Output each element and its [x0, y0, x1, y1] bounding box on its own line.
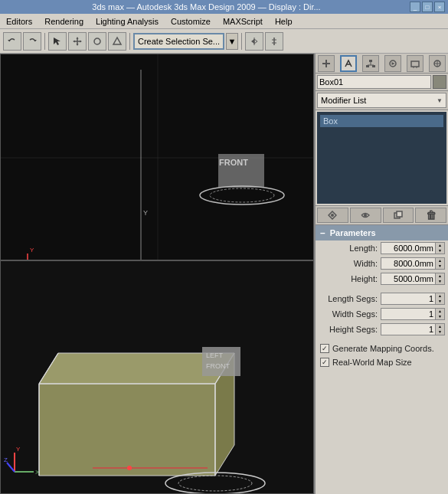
width-spinner[interactable]: ▲ ▼ [436, 257, 445, 270]
svg-rect-52 [325, 60, 327, 67]
width-segs-spinner-down[interactable]: ▼ [436, 314, 444, 319]
height-segs-spinner-down[interactable]: ▼ [436, 329, 444, 335]
modifier-stack: Box [317, 112, 446, 204]
gen-mapping-checkbox[interactable]: ✓ [320, 344, 329, 353]
svg-marker-10 [251, 39, 254, 44]
make-unique-button[interactable] [383, 208, 414, 223]
width-spinner-down[interactable]: ▼ [436, 263, 444, 269]
height-segs-spinner[interactable]: ▲ ▼ [436, 323, 445, 335]
menu-editors[interactable]: Editors [3, 15, 35, 28]
rotate-tool-button[interactable] [88, 32, 106, 51]
svg-rect-61 [411, 61, 419, 67]
mirror-button[interactable] [245, 32, 263, 51]
show-end-result-button[interactable] [350, 208, 381, 223]
menu-rendering[interactable]: Rendering [41, 15, 87, 28]
svg-text:X: X [35, 469, 40, 476]
svg-marker-3 [77, 37, 79, 39]
display-panel-icon[interactable] [407, 55, 423, 72]
height-segs-input[interactable] [381, 323, 436, 335]
move-tool-button[interactable] [68, 32, 87, 51]
object-color-swatch[interactable] [433, 75, 446, 89]
parameters-title: Parameters [330, 228, 376, 237]
menu-customize[interactable]: Customize [168, 15, 214, 28]
remove-modifier-button[interactable]: 🗑 [415, 208, 446, 223]
align-button[interactable] [265, 32, 283, 51]
menu-lighting[interactable]: Lighting Analysis [93, 15, 162, 28]
select-tool-button[interactable] [48, 32, 67, 51]
modifier-list-dropdown[interactable]: Modifier List ▼ [317, 93, 446, 108]
modifier-stack-item-box[interactable]: Box [320, 115, 443, 127]
parameters-header: – Parameters [316, 225, 448, 240]
object-name-input[interactable] [317, 75, 431, 89]
maximize-button[interactable]: □ [422, 2, 433, 12]
width-segs-spinner[interactable]: ▲ ▼ [436, 308, 445, 320]
object-name-row [316, 74, 448, 91]
svg-text:FRONT: FRONT [206, 362, 230, 370]
toolbar-separator-3 [241, 33, 242, 50]
menu-help[interactable]: Help [272, 15, 296, 28]
modifier-list-row: Modifier List ▼ [316, 91, 448, 110]
width-spinner-up[interactable]: ▲ [436, 258, 444, 263]
modify-panel-icon[interactable] [340, 55, 357, 72]
svg-marker-8 [113, 38, 121, 44]
length-input[interactable] [381, 242, 436, 254]
height-input[interactable] [381, 273, 436, 285]
height-segs-spinner-up[interactable]: ▲ [436, 324, 444, 329]
height-spinner[interactable]: ▲ ▼ [436, 273, 445, 285]
real-world-checkbox[interactable]: ✓ [320, 358, 329, 367]
viewport-perspective[interactable]: Perspective LEFT FRONT [0, 260, 314, 494]
gen-mapping-label: Generate Mapping Coords. [332, 344, 434, 353]
length-spinner-up[interactable]: ▲ [436, 243, 444, 248]
width-segs-spinner-up[interactable]: ▲ [436, 309, 444, 314]
width-segs-param-row: Width Segs: ▲ ▼ [316, 306, 448, 322]
close-button[interactable]: × [434, 2, 445, 12]
width-input[interactable] [381, 257, 436, 270]
menu-maxscript[interactable]: MAXScript [220, 15, 266, 28]
height-spinner-up[interactable]: ▲ [436, 273, 444, 279]
hierarchy-panel-icon[interactable] [362, 55, 379, 72]
parameters-collapse-icon[interactable]: – [320, 227, 325, 238]
length-spinner[interactable]: ▲ ▼ [436, 242, 445, 254]
height-segs-param-row: Height Segs: ▲ ▼ [316, 322, 448, 337]
width-param-row: Width: ▲ ▼ [316, 256, 448, 271]
create-selection-dropdown[interactable]: ▼ [226, 33, 238, 50]
modifier-list-label: Modifier List [321, 96, 366, 105]
minimize-button[interactable]: _ [410, 2, 420, 12]
height-spinner-down[interactable]: ▼ [436, 279, 444, 284]
create-panel-icon[interactable] [318, 55, 335, 72]
motion-panel-icon[interactable] [384, 55, 401, 72]
length-segs-spinner-down[interactable]: ▼ [436, 299, 444, 304]
real-world-label: Real-World Map Size [332, 358, 412, 367]
height-segs-label: Height Segs: [319, 325, 381, 334]
height-param-row: Height: ▲ ▼ [316, 271, 448, 286]
panel-icon-tabs [316, 54, 448, 74]
pin-stack-button[interactable] [317, 208, 348, 223]
length-label: Length: [319, 244, 381, 253]
create-selection-button[interactable]: Create Selection Se... [133, 33, 224, 50]
gen-mapping-row: ✓ Generate Mapping Coords. [316, 342, 448, 355]
title-bar-controls: _ □ × [410, 2, 445, 12]
utilities-panel-icon[interactable] [429, 55, 446, 72]
viewport-front[interactable]: Front Y FRONT Y [0, 54, 314, 260]
svg-text:Y: Y [30, 247, 34, 254]
length-segs-param-row: Length Segs: ▲ ▼ [316, 291, 448, 306]
svg-marker-11 [254, 39, 257, 44]
svg-point-69 [364, 214, 367, 217]
real-world-row: ✓ Real-World Map Size [316, 355, 448, 369]
length-segs-input[interactable] [381, 293, 436, 305]
width-label: Width: [319, 259, 381, 268]
viewport-area: Front Y FRONT Y [0, 54, 314, 494]
svg-text:FRONT: FRONT [219, 158, 248, 167]
svg-marker-6 [80, 40, 82, 42]
length-segs-spinner[interactable]: ▲ ▼ [436, 293, 445, 305]
width-segs-input[interactable] [381, 308, 436, 320]
redo-button[interactable] [23, 32, 41, 51]
undo-button[interactable] [3, 32, 21, 51]
length-segs-label: Length Segs: [319, 294, 381, 303]
svg-text:Y: Y [143, 209, 148, 217]
svg-marker-60 [391, 62, 394, 65]
length-spinner-down[interactable]: ▼ [436, 248, 444, 254]
right-panel: Modifier List ▼ Box 🗑 – [314, 54, 448, 494]
length-segs-spinner-up[interactable]: ▲ [436, 293, 444, 299]
scale-tool-button[interactable] [108, 32, 126, 51]
